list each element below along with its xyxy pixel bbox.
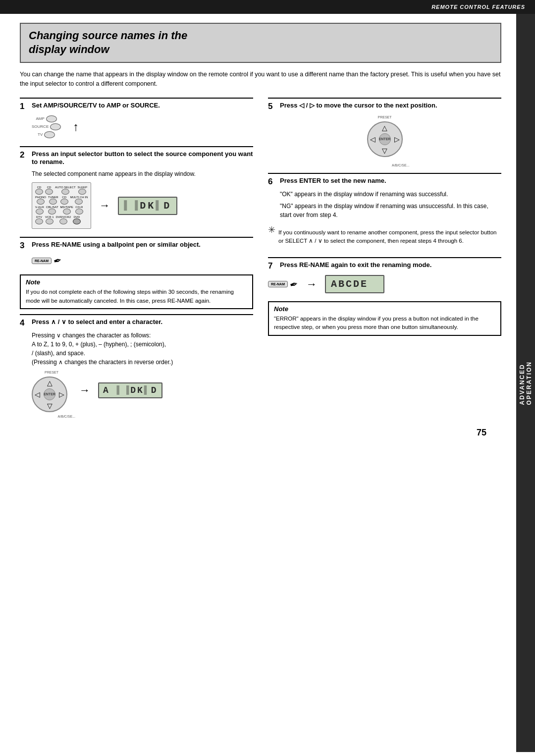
step-1-title: Set AMP/SOURCE/TV to AMP or SOURCE. — [32, 102, 160, 110]
step-4-lcd: A ▌▐DK▌D — [98, 382, 162, 398]
nav-pad-step4: PRESET ENTER △ ▽ ◁ ▷ A/B/C/SE... — [32, 371, 71, 410]
top-bar-title: Remote Control Features — [431, 4, 525, 10]
step-4-body: Pressing ∨ changes the character as foll… — [32, 331, 253, 367]
step-7-arrow: → — [306, 278, 317, 291]
step-6-number: 6 — [268, 177, 277, 187]
left-column: 1 Set AMP/SOURCE/TV to AMP or SOURCE. AM… — [20, 98, 253, 418]
section-title-box: Changing source names in the display win… — [20, 23, 501, 63]
right-column: 5 Press ◁ / ▷ to move the cursor to the … — [268, 98, 501, 418]
top-bar: Remote Control Features — [0, 0, 535, 14]
step-5: 5 Press ◁ / ▷ to move the cursor to the … — [268, 98, 501, 165]
step-3-title: Press RE-NAME using a ballpoint pen or s… — [32, 241, 201, 249]
step-6-title: Press ENTER to set the new name. — [280, 177, 386, 185]
step-5-number: 5 — [268, 102, 277, 111]
page-content: Changing source names in the display win… — [0, 14, 535, 752]
note-2-label: Note — [274, 305, 495, 313]
page-title: Changing source names in the display win… — [29, 29, 492, 56]
step-7-lcd: ABCDE — [325, 275, 384, 293]
right-tab-text: Advanced Operation — [519, 361, 533, 405]
step-7: 7 Press RE-NAME again to exit the renami… — [268, 257, 501, 293]
note-1-text: If you do not complete each of the follo… — [26, 288, 247, 305]
step-5-diagram: PRESET ENTER △ ▽ ◁ ▷ A/B/C/SE... — [268, 115, 501, 165]
step-3-header: 3 Press RE-NAME using a ballpoint pen or… — [20, 237, 253, 251]
tip-section: ✳ If you continuously want to rename ano… — [268, 224, 501, 250]
amp-source-tv-illustration: AMP SOURCE TV — [32, 115, 61, 138]
nav-pad-step5: PRESET ENTER △ ▽ ◁ ▷ A/B/C/SE... — [365, 115, 405, 165]
note-1-label: Note — [26, 278, 247, 286]
note-2-text: "ERROR" appears in the display window if… — [274, 315, 495, 332]
step-2-arrow: → — [99, 199, 110, 212]
step-2-lcd: ▌▐DK▌D — [118, 197, 177, 215]
step-5-header: 5 Press ◁ / ▷ to move the cursor to the … — [268, 98, 501, 111]
step-7-header: 7 Press RE-NAME again to exit the renami… — [268, 257, 501, 271]
step-6: 6 Press ENTER to set the new name. "OK" … — [268, 173, 501, 250]
right-tab: Advanced Operation — [516, 14, 535, 752]
step-2-diagram: CD CD AUTO SELECT — [32, 182, 253, 229]
note-box-1: Note If you do not complete each of the … — [20, 274, 253, 309]
step-1-arrow: ↑ — [73, 120, 79, 134]
step-4-arrow: → — [79, 384, 90, 397]
rename-button-illustration: RE-NAM ✒ — [32, 255, 62, 267]
step-1-diagram: AMP SOURCE TV ↑ — [32, 115, 253, 138]
step-1-header: 1 Set AMP/SOURCE/TV to AMP or SOURCE. — [20, 98, 253, 111]
step-7-number: 7 — [268, 261, 277, 271]
note-box-2: Note "ERROR" appears in the display wind… — [268, 301, 501, 336]
intro-paragraph: You can change the name that appears in … — [20, 70, 501, 89]
step-6-body: "OK" appears in the display window if re… — [280, 190, 501, 219]
step-3: 3 Press RE-NAME using a ballpoint pen or… — [20, 237, 253, 267]
step-2-body: The selected component name appears in t… — [32, 169, 253, 178]
input-selector-grid: CD CD AUTO SELECT — [32, 182, 91, 229]
step-4-diagram: PRESET ENTER △ ▽ ◁ ▷ A/B/C/SE... → — [32, 371, 253, 410]
step-4-title: Press ∧ / ∨ to select and enter a charac… — [32, 318, 162, 326]
page-number: 75 — [477, 428, 486, 438]
step-7-title: Press RE-NAME again to exit the renaming… — [280, 261, 431, 270]
tip-icon: ✳ — [268, 224, 275, 235]
step-5-title: Press ◁ / ▷ to move the cursor to the ne… — [280, 102, 437, 110]
step-4-header: 4 Press ∧ / ∨ to select and enter a char… — [20, 314, 253, 328]
step-2-header: 2 Press an input selector button to sele… — [20, 146, 253, 167]
page-number-container: 75 — [20, 418, 501, 438]
two-column-layout: 1 Set AMP/SOURCE/TV to AMP or SOURCE. AM… — [20, 98, 501, 418]
step-4-number: 4 — [20, 318, 29, 328]
step-4: 4 Press ∧ / ∨ to select and enter a char… — [20, 314, 253, 410]
step-7-diagram: RE-NAM ✒ → ABCDE — [268, 275, 501, 293]
tip-text: If you continuously want to rename anoth… — [278, 228, 501, 246]
step-1: 1 Set AMP/SOURCE/TV to AMP or SOURCE. AM… — [20, 98, 253, 138]
step-2-title: Press an input selector button to select… — [32, 150, 253, 167]
main-content: Changing source names in the display win… — [0, 14, 516, 752]
step-6-header: 6 Press ENTER to set the new name. — [268, 173, 501, 187]
step-3-number: 3 — [20, 241, 29, 251]
step-3-diagram: RE-NAM ✒ — [32, 255, 253, 267]
step-2-number: 2 — [20, 150, 29, 160]
step-2: 2 Press an input selector button to sele… — [20, 146, 253, 229]
step-1-number: 1 — [20, 102, 29, 111]
rename-button-step7: RE-NAM ✒ — [268, 278, 298, 290]
